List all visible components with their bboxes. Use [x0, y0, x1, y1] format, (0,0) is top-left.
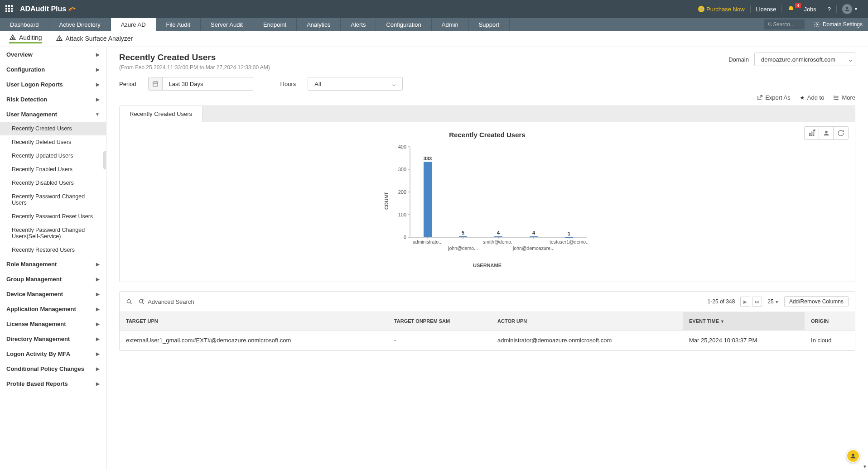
sidebar-item-recently-password-reset-users[interactable]: Recently Password Reset Users	[0, 210, 106, 223]
license-link[interactable]: License	[752, 6, 781, 13]
gear-icon	[814, 21, 820, 28]
sidebar-cat-license-management[interactable]: License Management▶	[0, 317, 106, 331]
chevron-icon: ▶	[96, 381, 100, 386]
sidebar-collapse-handle[interactable]	[103, 151, 106, 169]
jobs-link[interactable]: Jobs	[799, 6, 820, 13]
sidebar-cat-application-management[interactable]: Application Management▶	[0, 302, 106, 317]
nav-tab-configuration[interactable]: Configuration	[376, 18, 431, 31]
col-origin[interactable]: ORIGIN	[805, 312, 855, 331]
pager-last-icon[interactable]: ⏭	[752, 297, 762, 307]
domain-dropdown[interactable]: demoazure.onmicrosoft.com ⌵	[754, 53, 855, 66]
svg-point-15	[834, 97, 834, 98]
sidebar-item-recently-password-changed-users[interactable]: Recently Password Changed Users	[0, 190, 106, 210]
user-menu[interactable]: ▼	[838, 4, 863, 14]
search-input[interactable]	[773, 21, 800, 28]
sidebar-item-recently-created-users[interactable]: Recently Created Users	[0, 122, 106, 135]
chart-add-icon[interactable]: +	[805, 127, 819, 139]
apps-grid-icon[interactable]	[5, 5, 14, 13]
svg-text:administrato...: administrato...	[413, 239, 443, 245]
subnav-attack-surface[interactable]: Attack Surface Analyzer	[56, 35, 133, 43]
col-target-onprem-sam[interactable]: TARGET ONPREM SAM	[388, 312, 491, 331]
sidebar-cat-role-management[interactable]: Role Management▶	[0, 257, 106, 272]
nav-tab-server-audit[interactable]: Server Audit	[201, 18, 253, 31]
svg-point-3	[816, 24, 818, 25]
sidebar-cat-overview[interactable]: Overview▶	[0, 47, 106, 62]
nav-tab-active-directory[interactable]: Active Directory	[49, 18, 111, 31]
sidebar-item-recently-password-changed-users-self-service-[interactable]: Recently Password Changed Users(Self-Ser…	[0, 223, 106, 243]
bar[interactable]	[530, 236, 538, 237]
table-row[interactable]: externalUser1_gmail.com#EXT#@demoazure.o…	[120, 331, 855, 350]
avatar-icon	[842, 4, 852, 14]
col-target-upn[interactable]: TARGET UPN	[120, 312, 388, 331]
chart-refresh-icon[interactable]	[834, 127, 848, 139]
help-icon[interactable]: ?	[823, 6, 835, 13]
nav-tab-support[interactable]: Support	[469, 18, 510, 31]
sidebar-item-recently-restored-users[interactable]: Recently Restored Users	[0, 243, 106, 257]
chart-user-icon[interactable]	[819, 127, 834, 139]
date-range-text: (From Feb 25,2024 11:33:00 PM to Mar 27,…	[119, 64, 270, 71]
sort-desc-icon: ▼	[720, 319, 724, 324]
sidebar-item-recently-updated-users[interactable]: Recently Updated Users	[0, 149, 106, 163]
sidebar-cat-risk-detection[interactable]: Risk Detection▶	[0, 92, 106, 107]
advanced-search-link[interactable]: +Advanced Search	[138, 298, 194, 305]
nav-tab-alerts[interactable]: Alerts	[341, 18, 376, 31]
add-to-link[interactable]: ★Add to	[800, 94, 825, 101]
scroll-indicator-icon: ▼	[863, 464, 867, 469]
col-actor-upn[interactable]: ACTOR UPN	[491, 312, 683, 331]
subnav-auditing[interactable]: Auditing	[9, 34, 42, 43]
cell-actor: administrator@demoazure.onmicrosoft.com	[491, 331, 683, 350]
chevron-icon: ▶	[96, 336, 100, 341]
svg-text:john@demo...: john@demo...	[448, 245, 478, 251]
export-as-link[interactable]: Export As	[757, 94, 791, 101]
bar[interactable]	[494, 236, 502, 237]
chevron-icon: ▶	[96, 82, 100, 87]
notifications-icon[interactable]: 4	[783, 5, 799, 13]
add-remove-columns-button[interactable]: Add/Remove Columns	[784, 296, 849, 307]
purchase-now-link[interactable]: 🛒Purchase Now	[694, 6, 749, 13]
data-table-card: +Advanced Search 1-25 of 348 ▶ ⏭ 25 ▼ Ad…	[119, 291, 855, 351]
nav-tab-azure-ad[interactable]: Azure AD	[111, 18, 156, 31]
nav-tab-file-audit[interactable]: File Audit	[156, 18, 201, 31]
svg-rect-18	[811, 132, 812, 135]
nav-tab-admin[interactable]: Admin	[432, 18, 469, 31]
col-event-time[interactable]: EVENT TIME ▼	[683, 312, 805, 331]
sidebar-cat-directory-management[interactable]: Directory Management▶	[0, 331, 106, 346]
hours-label: Hours	[280, 81, 296, 87]
sidebar-cat-configuration[interactable]: Configuration▶	[0, 62, 106, 77]
bar[interactable]	[424, 162, 432, 238]
sidebar-cat-user-management[interactable]: User Management▼	[0, 107, 106, 122]
svg-point-1	[768, 23, 771, 25]
calendar-icon[interactable]	[148, 77, 163, 91]
domain-settings-link[interactable]: Domain Settings	[808, 18, 868, 31]
hours-dropdown[interactable]: All ⌵	[308, 77, 403, 91]
sidebar-cat-group-management[interactable]: Group Management▶	[0, 272, 106, 287]
nav-tab-endpoint[interactable]: Endpoint	[253, 18, 297, 31]
panel-tab-recently-created[interactable]: Recently Created Users	[120, 106, 203, 122]
chevron-icon: ▶	[96, 97, 100, 102]
floating-user-button[interactable]	[846, 449, 860, 463]
domain-label: Domain	[728, 56, 749, 63]
bar[interactable]	[459, 236, 467, 238]
global-search[interactable]	[764, 19, 805, 29]
search-icon[interactable]	[126, 298, 133, 305]
nav-tab-dashboard[interactable]: Dashboard	[0, 18, 49, 31]
sidebar-item-recently-disabled-users[interactable]: Recently Disabled Users	[0, 176, 106, 190]
period-dropdown[interactable]: Last 30 Days	[163, 77, 253, 91]
pager-next-icon[interactable]: ▶	[740, 297, 750, 307]
sidebar-cat-conditional-policy-changes[interactable]: Conditional Policy Changes▶	[0, 361, 106, 376]
sidebar-cat-logon-activity-by-mfa[interactable]: Logon Activity By MFA▶	[0, 346, 106, 361]
chevron-down-icon: ⌵	[842, 56, 855, 63]
sidebar-cat-device-management[interactable]: Device Management▶	[0, 287, 106, 302]
star-icon: ★	[800, 94, 805, 101]
chevron-icon: ▼	[95, 112, 100, 117]
nav-tab-analytics[interactable]: Analytics	[297, 18, 341, 31]
chart-y-axis-label: COUNT	[384, 192, 389, 210]
sidebar-item-recently-deleted-users[interactable]: Recently Deleted Users	[0, 135, 106, 149]
sidebar-item-recently-enabled-users[interactable]: Recently Enabled Users	[0, 163, 106, 176]
content-area: Recently Created Users (From Feb 25,2024…	[106, 47, 868, 470]
sidebar-cat-profile-based-reports[interactable]: Profile Based Reports▶	[0, 376, 106, 391]
svg-text:200: 200	[398, 189, 406, 195]
page-size-dropdown[interactable]: 25 ▼	[767, 298, 779, 305]
more-link[interactable]: More	[833, 94, 855, 101]
sidebar-cat-user-logon-reports[interactable]: User Logon Reports▶	[0, 77, 106, 92]
